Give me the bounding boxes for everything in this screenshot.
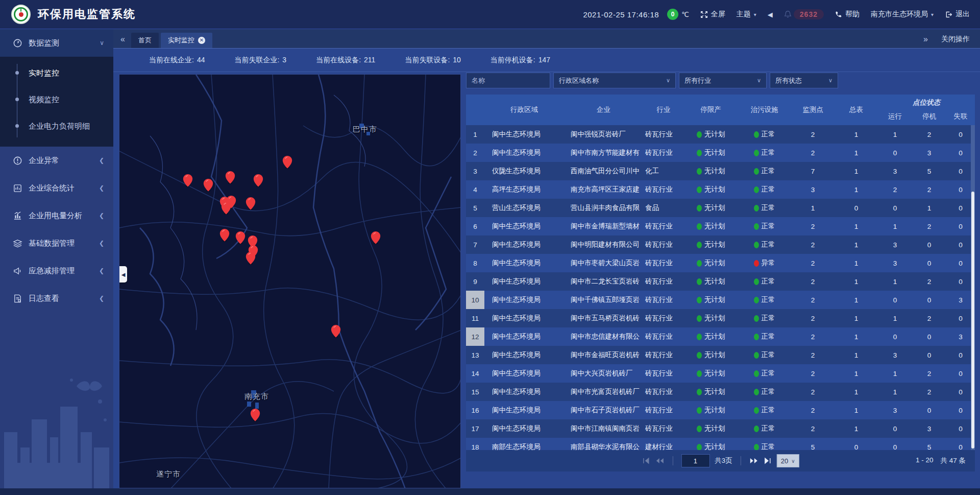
stats-icon: [12, 183, 22, 193]
cell-region: 南部生态环境局: [484, 438, 564, 451]
table-row[interactable]: 7阆中生态环境局阆中明阳建材有限公司砖瓦行业无计划正常21300: [466, 235, 975, 254]
table-row[interactable]: 18南部生态环境局南部县砌华水泥有限公建材行业无计划正常50050: [466, 438, 975, 451]
table-row[interactable]: 9阆中生态环境局阆中市二龙长宝页岩砖砖瓦行业无计划正常21120: [466, 272, 975, 291]
map-marker-icon[interactable]: [331, 324, 341, 338]
sidebar-group-1[interactable]: 企业异常❮: [0, 147, 113, 174]
mute-speaker-icon[interactable]: ◀: [768, 11, 773, 18]
map-marker-icon[interactable]: [246, 197, 256, 210]
map-marker-icon[interactable]: [246, 251, 256, 265]
tabs-scroll-left-icon[interactable]: «: [113, 35, 131, 48]
table-row[interactable]: 13阆中生态环境局阆中市金福旺页岩机砖砖瓦行业无计划正常21300: [466, 346, 975, 364]
cell-industry: 砖瓦行业: [643, 327, 684, 346]
status-dot-icon: [754, 242, 759, 248]
map-panel[interactable]: 巴中市南充市遂宁市 ◀: [119, 74, 461, 488]
last-page-button[interactable]: [764, 457, 772, 464]
map-marker-icon[interactable]: [250, 408, 260, 422]
table-row[interactable]: 6阆中生态环境局阆中市金博瑞新型墙材砖瓦行业无计划正常21120: [466, 217, 975, 235]
scrollbar-thumb[interactable]: [971, 192, 974, 449]
cell-points: 2: [791, 291, 835, 309]
cell-run: 0: [878, 419, 912, 438]
map-marker-icon[interactable]: [235, 231, 246, 245]
table-row[interactable]: 4高坪生态环境局南充市高坪区王家店建砖瓦行业无计划正常31220: [466, 180, 975, 199]
first-page-button[interactable]: [642, 457, 650, 464]
close-operations-button[interactable]: 关闭操作: [941, 35, 970, 44]
industry-filter-select[interactable]: 所有行业 ∨: [679, 73, 767, 88]
sidebar-group-2[interactable]: 企业综合统计❮: [0, 174, 113, 202]
close-tab-icon[interactable]: ✕: [198, 37, 205, 44]
col-header-meters: 总表: [835, 95, 878, 125]
help-button[interactable]: 帮助: [835, 10, 860, 19]
cell-num: 13: [466, 346, 484, 364]
page-size-select[interactable]: 20 ∨: [777, 454, 799, 467]
status-dot-icon: [697, 315, 702, 322]
sidebar-item-视频监控[interactable]: 视频监控: [0, 86, 113, 113]
prev-page-button[interactable]: [655, 457, 664, 464]
sidebar-group-0[interactable]: 数据监测∨: [0, 29, 113, 57]
cell-facility-status: 正常: [738, 162, 791, 180]
map-marker-icon[interactable]: [219, 228, 230, 242]
tab-实时监控[interactable]: 实时监控✕: [161, 33, 212, 48]
map-marker-icon[interactable]: [225, 171, 235, 184]
cell-region: 阆中生态环境局: [484, 125, 564, 144]
cell-points: 2: [791, 235, 835, 254]
chart-icon: [12, 211, 22, 221]
sidebar-group-label: 应急减排管理: [29, 266, 75, 276]
sidebar: 数据监测∨实时监控视频监控企业电力负荷明细企业异常❮企业综合统计❮企业用电量分析…: [0, 29, 113, 488]
notification-area[interactable]: 2632: [784, 9, 824, 19]
sidebar-item-实时监控[interactable]: 实时监控: [0, 60, 113, 86]
prev-icon: [655, 457, 664, 464]
table-row[interactable]: 8阆中生态环境局阆中市枣碧大梁山页岩砖瓦行业无计划异常21300: [466, 254, 975, 272]
name-filter-input[interactable]: [472, 77, 545, 84]
table-row[interactable]: 14阆中生态环境局阆中大兴页岩机砖厂砖瓦行业无计划正常21120: [466, 364, 975, 383]
right-panel: 行政区域名称 ∨ 所有行业 ∨ 所有状态 ∨: [466, 73, 975, 487]
sidebar-item-企业电力负荷明细[interactable]: 企业电力负荷明细: [0, 113, 113, 139]
map-collapse-button[interactable]: ◀: [119, 266, 127, 282]
org-dropdown[interactable]: 南充市生态环境局 ▾: [871, 10, 934, 19]
map-marker-icon[interactable]: [253, 174, 263, 187]
map-marker-icon[interactable]: [183, 174, 193, 187]
sidebar-group-4[interactable]: 基础数据管理❮: [0, 229, 113, 257]
table-row[interactable]: 11阆中生态环境局阆中市五马桥页岩机砖砖瓦行业无计划正常21120: [466, 309, 975, 327]
chevron-down-icon: ∨: [757, 77, 761, 84]
cell-facility-status: 正常: [738, 419, 791, 438]
sidebar-group-6[interactable]: 日志查看❮: [0, 285, 113, 312]
gauge-icon: [12, 38, 22, 48]
table-row[interactable]: 2阆中生态环境局阆中市南方节能建材有砖瓦行业无计划正常21030: [466, 144, 975, 162]
map-marker-icon[interactable]: [203, 178, 213, 192]
next-page-button[interactable]: [749, 457, 758, 464]
cell-company: 南充市高坪区王家店建: [564, 180, 643, 199]
sidebar-group-3[interactable]: 企业用电量分析❮: [0, 202, 113, 229]
table-row[interactable]: 15阆中生态环境局阆中市光富页岩机砖厂砖瓦行业无计划正常21120: [466, 383, 975, 401]
status-dot-icon: [754, 444, 759, 451]
region-filter-select[interactable]: 行政区域名称 ∨: [553, 73, 676, 88]
logout-button[interactable]: 退出: [945, 10, 970, 19]
name-filter-field[interactable]: [466, 73, 550, 88]
page-number-input[interactable]: [681, 454, 709, 467]
cell-points: 2: [791, 383, 835, 401]
col-header-point-status-group: 点位状态: [878, 95, 975, 108]
map-marker-icon[interactable]: [371, 231, 381, 245]
table-row[interactable]: 17阆中生态环境局阆中市江南镇阆南页岩砖瓦行业无计划正常21030: [466, 419, 975, 438]
table-row[interactable]: 3仪陇生态环境局西南油气田分公司川中化工无计划正常71350: [466, 162, 975, 180]
tab-首页[interactable]: 首页: [131, 33, 159, 48]
table-row[interactable]: 10阆中生态环境局阆中千佛镇五郎垭页岩砖瓦行业无计划正常21003: [466, 291, 975, 309]
sidebar-group-5[interactable]: 应急减排管理❮: [0, 257, 113, 285]
cell-company: 阆中市光富页岩机砖厂: [564, 383, 643, 401]
table-row[interactable]: 12阆中生态环境局阆中市忠信建材有限公砖瓦行业无计划正常21003: [466, 327, 975, 346]
cell-industry: 砖瓦行业: [643, 364, 684, 383]
map-marker-icon[interactable]: [282, 155, 292, 169]
cell-meters: 1: [835, 364, 878, 383]
table-scrollbar[interactable]: [971, 125, 975, 451]
cell-industry: 砖瓦行业: [643, 309, 684, 327]
map-marker-icon[interactable]: [221, 201, 231, 215]
table-row[interactable]: 1阆中生态环境局阆中强锐页岩砖厂砖瓦行业无计划正常21120: [466, 125, 975, 144]
fullscreen-button[interactable]: 全屏: [700, 10, 725, 19]
table-row[interactable]: 16阆中生态环境局阆中市石子页岩机砖厂砖瓦行业无计划正常21300: [466, 401, 975, 419]
status-dot-icon: [697, 242, 702, 248]
cell-region: 高坪生态环境局: [484, 180, 564, 199]
table-row[interactable]: 5营山生态环境局营山县润丰肉食品有限食品无计划正常10010: [466, 199, 975, 217]
status-filter-select[interactable]: 所有状态 ∨: [770, 73, 838, 88]
theme-dropdown[interactable]: 主题 ▾: [737, 10, 756, 19]
cell-run: 3: [878, 235, 912, 254]
tabs-scroll-right-icon[interactable]: »: [923, 35, 928, 44]
